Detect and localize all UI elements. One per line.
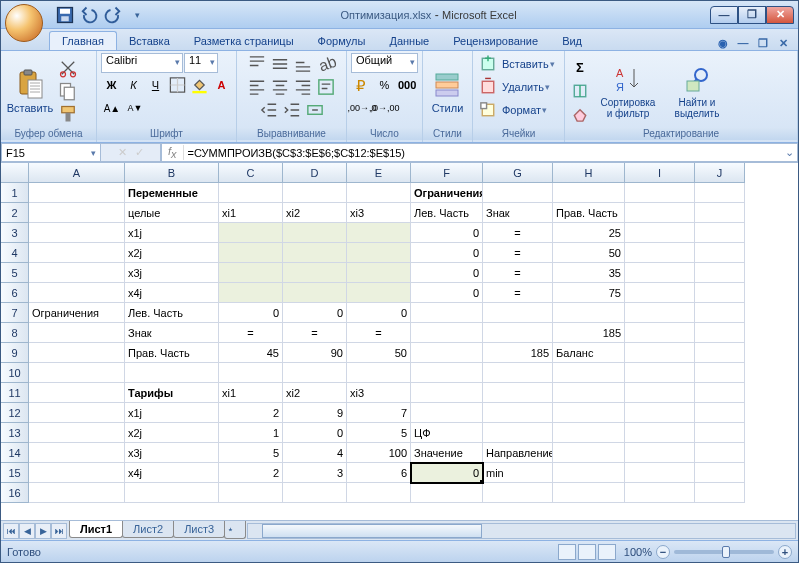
- align-right-icon[interactable]: [292, 76, 314, 98]
- column-header-A[interactable]: A: [29, 163, 125, 183]
- align-center-icon[interactable]: [269, 76, 291, 98]
- cell-J1[interactable]: [695, 183, 745, 203]
- cell-B4[interactable]: x2j: [125, 243, 219, 263]
- cell-D15[interactable]: 3: [283, 463, 347, 483]
- cell-F8[interactable]: [411, 323, 483, 343]
- cell-D1[interactable]: [283, 183, 347, 203]
- cell-C3[interactable]: [219, 223, 283, 243]
- cell-G16[interactable]: [483, 483, 553, 503]
- align-left-icon[interactable]: [246, 76, 268, 98]
- cell-H14[interactable]: [553, 443, 625, 463]
- cell-I16[interactable]: [625, 483, 695, 503]
- view-layout-icon[interactable]: [578, 544, 596, 560]
- cell-C5[interactable]: [219, 263, 283, 283]
- cell-H13[interactable]: [553, 423, 625, 443]
- cell-E5[interactable]: [347, 263, 411, 283]
- cell-A2[interactable]: [29, 203, 125, 223]
- cell-B3[interactable]: x1j: [125, 223, 219, 243]
- cell-B13[interactable]: x2j: [125, 423, 219, 443]
- cell-G3[interactable]: =: [483, 223, 553, 243]
- tab-layout[interactable]: Разметка страницы: [182, 32, 306, 50]
- last-sheet-icon[interactable]: ⏭: [51, 523, 67, 539]
- row-header-13[interactable]: 13: [1, 423, 29, 443]
- copy-icon[interactable]: [57, 80, 79, 102]
- cell-A8[interactable]: [29, 323, 125, 343]
- cell-J15[interactable]: [695, 463, 745, 483]
- cell-J14[interactable]: [695, 443, 745, 463]
- cell-E14[interactable]: 100: [347, 443, 411, 463]
- cell-F11[interactable]: [411, 383, 483, 403]
- cell-F5[interactable]: 0: [411, 263, 483, 283]
- cell-E15[interactable]: 6: [347, 463, 411, 483]
- tab-home[interactable]: Главная: [49, 31, 117, 50]
- cell-C16[interactable]: [219, 483, 283, 503]
- cell-D12[interactable]: 9: [283, 403, 347, 423]
- view-pagebreak-icon[interactable]: [598, 544, 616, 560]
- cell-D16[interactable]: [283, 483, 347, 503]
- cell-H4[interactable]: 50: [553, 243, 625, 263]
- font-name-combo[interactable]: Calibri: [101, 53, 183, 73]
- cell-E12[interactable]: 7: [347, 403, 411, 423]
- cell-J7[interactable]: [695, 303, 745, 323]
- cell-J4[interactable]: [695, 243, 745, 263]
- cell-F1[interactable]: Ограничения: [411, 183, 483, 203]
- cell-F4[interactable]: 0: [411, 243, 483, 263]
- cell-E6[interactable]: [347, 283, 411, 303]
- cell-F9[interactable]: [411, 343, 483, 363]
- cell-B10[interactable]: [125, 363, 219, 383]
- cell-H10[interactable]: [553, 363, 625, 383]
- zoom-slider[interactable]: [674, 550, 774, 554]
- cell-B6[interactable]: x4j: [125, 283, 219, 303]
- column-header-C[interactable]: C: [219, 163, 283, 183]
- row-header-1[interactable]: 1: [1, 183, 29, 203]
- expand-formula-bar-icon[interactable]: ⌄: [781, 146, 797, 159]
- bold-icon[interactable]: Ж: [101, 74, 122, 96]
- align-top-icon[interactable]: [246, 53, 268, 75]
- number-format-combo[interactable]: Общий: [351, 53, 418, 73]
- cell-H1[interactable]: [553, 183, 625, 203]
- cell-I3[interactable]: [625, 223, 695, 243]
- cell-E10[interactable]: [347, 363, 411, 383]
- cell-F12[interactable]: [411, 403, 483, 423]
- column-header-E[interactable]: E: [347, 163, 411, 183]
- wrap-text-icon[interactable]: [315, 76, 337, 98]
- cell-I13[interactable]: [625, 423, 695, 443]
- row-header-14[interactable]: 14: [1, 443, 29, 463]
- cell-H11[interactable]: [553, 383, 625, 403]
- currency-icon[interactable]: ₽: [351, 74, 373, 96]
- inc-indent-icon[interactable]: [281, 99, 303, 121]
- cell-I15[interactable]: [625, 463, 695, 483]
- font-size-combo[interactable]: 11: [184, 53, 218, 73]
- cell-C4[interactable]: [219, 243, 283, 263]
- enter-formula-icon[interactable]: ✓: [135, 146, 144, 159]
- cell-A6[interactable]: [29, 283, 125, 303]
- cell-B1[interactable]: Переменные: [125, 183, 219, 203]
- first-sheet-icon[interactable]: ⏮: [3, 523, 19, 539]
- cell-A9[interactable]: [29, 343, 125, 363]
- cell-I10[interactable]: [625, 363, 695, 383]
- cell-B7[interactable]: Лев. Часть: [125, 303, 219, 323]
- cell-F2[interactable]: Лев. Часть: [411, 203, 483, 223]
- cell-A4[interactable]: [29, 243, 125, 263]
- merge-icon[interactable]: [304, 99, 326, 121]
- cell-A13[interactable]: [29, 423, 125, 443]
- tab-formulas[interactable]: Формулы: [306, 32, 378, 50]
- align-mid-icon[interactable]: [269, 53, 291, 75]
- cell-E9[interactable]: 50: [347, 343, 411, 363]
- cell-H5[interactable]: 35: [553, 263, 625, 283]
- cell-H7[interactable]: [553, 303, 625, 323]
- cell-D10[interactable]: [283, 363, 347, 383]
- cell-H12[interactable]: [553, 403, 625, 423]
- cell-G13[interactable]: [483, 423, 553, 443]
- delete-label[interactable]: Удалить: [502, 81, 544, 93]
- cell-I2[interactable]: [625, 203, 695, 223]
- cell-C8[interactable]: =: [219, 323, 283, 343]
- cell-J13[interactable]: [695, 423, 745, 443]
- cell-E4[interactable]: [347, 243, 411, 263]
- cell-B8[interactable]: Знак: [125, 323, 219, 343]
- tab-review[interactable]: Рецензирование: [441, 32, 550, 50]
- grow-font-icon[interactable]: A▲: [101, 97, 123, 119]
- prev-sheet-icon[interactable]: ◀: [19, 523, 35, 539]
- cell-D5[interactable]: [283, 263, 347, 283]
- cell-A11[interactable]: [29, 383, 125, 403]
